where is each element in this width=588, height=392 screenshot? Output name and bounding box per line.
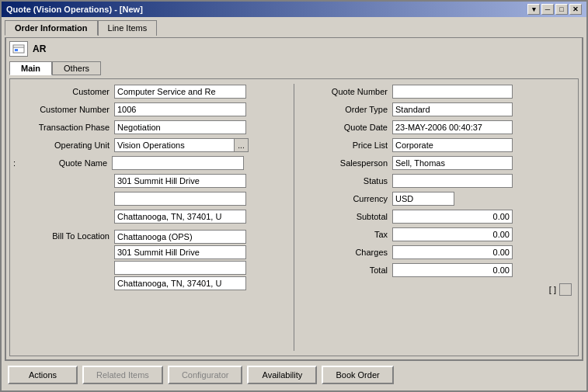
form-right: Quote Number Order Type Quote Date Price… bbox=[307, 84, 575, 351]
operating-unit-label: Operating Unit bbox=[13, 140, 114, 150]
quote-date-input[interactable] bbox=[392, 120, 513, 134]
customer-number-row: Customer Number bbox=[13, 102, 281, 117]
total-input[interactable] bbox=[392, 263, 513, 277]
customer-row: Customer bbox=[13, 84, 281, 99]
transaction-phase-input[interactable] bbox=[114, 120, 246, 134]
order-type-input[interactable] bbox=[392, 102, 513, 116]
tab-main[interactable]: Main bbox=[9, 61, 52, 75]
bill-to-location-label: Bill To Location bbox=[13, 230, 114, 241]
form-separator bbox=[294, 84, 294, 351]
charges-input[interactable] bbox=[392, 245, 513, 259]
window-content: Order Information Line Items AR bbox=[2, 17, 586, 390]
minimize-button[interactable]: ─ bbox=[541, 4, 554, 15]
total-label: Total bbox=[307, 265, 392, 275]
customer-number-label: Customer Number bbox=[13, 105, 114, 114]
main-window: Quote (Vision Operations) - [New] ▾ ─ □ … bbox=[0, 0, 588, 392]
quote-number-label: Quote Number bbox=[307, 87, 392, 96]
address1-row bbox=[13, 173, 281, 189]
maximize-button[interactable]: □ bbox=[555, 4, 568, 15]
quote-number-row: Quote Number bbox=[307, 84, 575, 99]
bracket-label: [ ] bbox=[549, 285, 556, 294]
restore-button[interactable]: ▾ bbox=[527, 4, 540, 15]
address2-input[interactable] bbox=[114, 192, 246, 206]
availability-button[interactable]: Availability bbox=[247, 366, 317, 384]
title-bar: Quote (Vision Operations) - [New] ▾ ─ □ … bbox=[2, 2, 586, 17]
status-row: Status bbox=[307, 173, 575, 189]
tax-row: Tax bbox=[307, 227, 575, 242]
operating-unit-ellipsis[interactable]: ... bbox=[235, 138, 249, 152]
address1-input[interactable] bbox=[114, 174, 246, 188]
window-title: Quote (Vision Operations) - [New] bbox=[6, 5, 143, 14]
subtotal-row: Subtotal bbox=[307, 209, 575, 224]
order-type-row: Order Type bbox=[307, 102, 575, 117]
currency-label: Currency bbox=[307, 194, 392, 203]
salesperson-label: Salesperson bbox=[307, 158, 392, 168]
close-button[interactable]: ✕ bbox=[569, 4, 582, 15]
tab-line-items[interactable]: Line Items bbox=[98, 20, 158, 36]
currency-row: Currency bbox=[307, 191, 575, 206]
form-area: Customer Customer Number Transaction Pha… bbox=[9, 78, 579, 356]
quote-name-input[interactable] bbox=[112, 156, 244, 170]
subtotal-label: Subtotal bbox=[307, 212, 392, 221]
svg-rect-2 bbox=[15, 49, 18, 51]
related-items-button[interactable]: Related Items bbox=[82, 366, 163, 384]
salesperson-input[interactable] bbox=[392, 156, 513, 170]
tab-others[interactable]: Others bbox=[52, 61, 101, 75]
transaction-phase-label: Transaction Phase bbox=[13, 123, 114, 132]
price-list-label: Price List bbox=[307, 140, 392, 150]
bottom-bar: Actions Related Items Configurator Avail… bbox=[5, 361, 583, 387]
quote-date-label: Quote Date bbox=[307, 123, 392, 132]
ar-icon bbox=[9, 41, 28, 57]
address2-row bbox=[13, 191, 281, 206]
customer-input[interactable] bbox=[114, 85, 246, 99]
outer-tab-bar: Order Information Line Items bbox=[5, 20, 583, 36]
ar-row: AR bbox=[9, 41, 579, 57]
status-label: Status bbox=[307, 176, 392, 186]
required-indicator: : bbox=[13, 158, 16, 168]
salesperson-row: Salesperson bbox=[307, 155, 575, 171]
bill-address3-input[interactable] bbox=[114, 276, 246, 290]
form-left: Customer Customer Number Transaction Pha… bbox=[13, 84, 281, 351]
bill-address1-input[interactable] bbox=[114, 245, 246, 259]
actions-button[interactable]: Actions bbox=[8, 366, 78, 384]
price-list-input[interactable] bbox=[392, 138, 513, 152]
tab-order-information[interactable]: Order Information bbox=[5, 20, 98, 36]
bill-to-section: Bill To Location bbox=[13, 230, 281, 290]
quote-date-row: Quote Date bbox=[307, 120, 575, 135]
total-row: Total bbox=[307, 262, 575, 278]
bracket-row: [ ] bbox=[307, 283, 575, 296]
transaction-phase-row: Transaction Phase bbox=[13, 120, 281, 135]
main-panel: AR Main Others Customer bbox=[5, 37, 583, 361]
order-type-label: Order Type bbox=[307, 105, 392, 114]
configurator-button[interactable]: Configurator bbox=[168, 366, 243, 384]
quote-name-label: Quote Name bbox=[17, 158, 112, 168]
inner-tabs: Main Others bbox=[9, 61, 579, 75]
ar-label: AR bbox=[33, 43, 46, 54]
subtotal-input[interactable] bbox=[392, 210, 513, 224]
customer-label: Customer bbox=[13, 87, 114, 96]
operating-unit-row: Operating Unit ... bbox=[13, 137, 281, 153]
bracket-checkbox[interactable] bbox=[559, 283, 572, 296]
operating-unit-field: ... bbox=[114, 138, 249, 152]
status-input[interactable] bbox=[392, 174, 513, 188]
operating-unit-input[interactable] bbox=[114, 138, 235, 152]
tax-label: Tax bbox=[307, 230, 392, 239]
bill-to-inputs bbox=[114, 230, 246, 290]
tax-input[interactable] bbox=[392, 227, 513, 241]
charges-label: Charges bbox=[307, 248, 392, 257]
book-order-button[interactable]: Book Order bbox=[322, 366, 393, 384]
currency-input[interactable] bbox=[392, 192, 454, 206]
address3-row bbox=[13, 209, 281, 224]
customer-number-input[interactable] bbox=[114, 102, 246, 116]
charges-row: Charges bbox=[307, 245, 575, 260]
bill-to-location-input[interactable] bbox=[114, 230, 246, 244]
title-bar-buttons: ▾ ─ □ ✕ bbox=[527, 4, 582, 15]
price-list-row: Price List bbox=[307, 137, 575, 153]
quote-number-input[interactable] bbox=[392, 85, 513, 99]
bill-address2-input[interactable] bbox=[114, 261, 246, 275]
address3-input[interactable] bbox=[114, 210, 246, 224]
quote-name-row: : Quote Name bbox=[13, 155, 281, 171]
